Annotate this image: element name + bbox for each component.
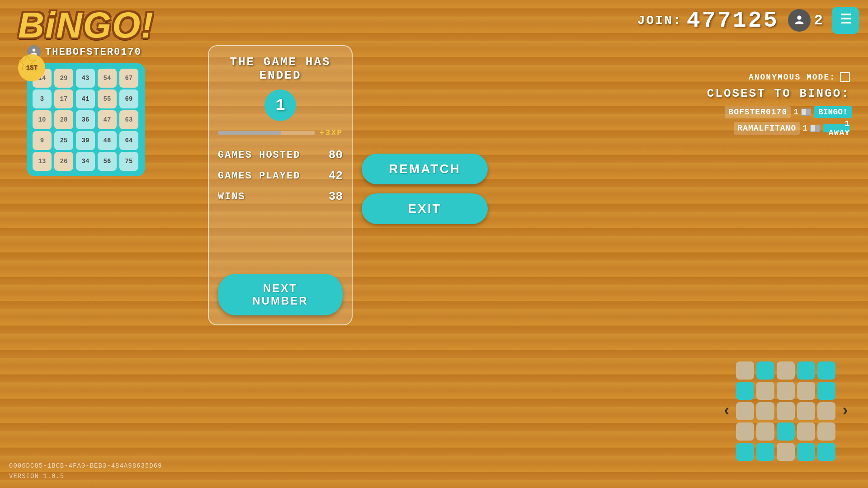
mini-card-cell xyxy=(756,361,774,380)
stat-value: 42 xyxy=(329,169,343,183)
menu-button[interactable]: ☰ xyxy=(832,7,859,34)
card-cell: 48 xyxy=(98,131,117,150)
leaderboard-row: BOFSTER0170 1 BINGO! xyxy=(707,106,850,118)
stat-row: GAMES HOSTED 80 xyxy=(218,145,343,165)
stat-label: GAMES HOSTED xyxy=(218,150,300,161)
card-cell: 34 xyxy=(76,152,95,171)
first-place-badge: 1ST xyxy=(18,54,45,81)
mini-card-cell xyxy=(777,361,795,380)
join-number: 477125 xyxy=(687,8,779,33)
card-cell: 47 xyxy=(98,110,117,129)
game-ended-title: THE GAME HAS ENDED xyxy=(218,55,343,82)
mini-card-cell xyxy=(736,402,754,420)
mini-card-cell xyxy=(736,361,754,380)
version-info: 0006DC85-1BCB-4FA0-BEB3-484A98635D69 VER… xyxy=(9,461,162,481)
person-icon xyxy=(788,9,811,32)
card-cell: 63 xyxy=(119,110,138,129)
lb-flag xyxy=(810,125,820,132)
card-cell: 9 xyxy=(33,131,52,150)
mini-card-cell xyxy=(756,382,774,400)
mini-card-cell xyxy=(817,361,835,380)
mini-card-cell xyxy=(736,422,754,441)
stat-label: GAMES PLAYED xyxy=(218,170,300,182)
mini-card-cell xyxy=(756,422,774,441)
leaderboard: BOFSTER0170 1 BINGO! RAMALFITANO 1 1 AWA… xyxy=(707,106,850,135)
svg-point-1 xyxy=(33,49,36,52)
mini-card-cell xyxy=(797,443,815,461)
anon-mode-row: ANONYMOUS MODE: xyxy=(707,72,850,82)
version-text: VERSION 1.0.5 xyxy=(9,471,162,481)
rank-circle: 1 xyxy=(264,89,296,121)
mini-card-cell xyxy=(756,443,774,461)
card-cell: 28 xyxy=(54,110,73,129)
card-grid: 1429435467317415569102836476392539486413… xyxy=(33,69,139,171)
exit-button[interactable]: EXIT xyxy=(362,193,488,224)
mini-card-cell xyxy=(777,402,795,420)
stat-label: WINS xyxy=(218,191,245,202)
card-cell: 43 xyxy=(76,69,95,88)
mini-card-grid xyxy=(736,361,835,461)
card-cell: 29 xyxy=(54,69,73,88)
lb-flag xyxy=(801,108,811,116)
lb-player-name: BOFSTER0170 xyxy=(725,106,791,118)
bingo-status: BINGO! xyxy=(814,106,852,118)
away-status: 1 AWAY xyxy=(823,119,850,137)
stat-row: WINS 38 xyxy=(218,186,343,207)
mini-card-cell xyxy=(817,422,835,441)
card-cell: 64 xyxy=(119,131,138,150)
stat-value: 80 xyxy=(329,148,343,162)
anon-label: ANONYMOUS MODE: xyxy=(749,73,835,82)
card-cell: 67 xyxy=(119,69,138,88)
lb-bar: 1 AWAY xyxy=(823,124,850,132)
mini-card-cell xyxy=(797,361,815,380)
xp-bar-area: +3XP xyxy=(218,128,343,137)
player-name-row: THEBOFSTER0170 xyxy=(27,45,145,59)
rematch-button[interactable]: REMATCH xyxy=(362,154,488,184)
mini-card-cell xyxy=(777,422,795,441)
card-cell: 54 xyxy=(98,69,117,88)
mini-card-cell xyxy=(797,422,815,441)
xp-bar-track xyxy=(218,131,315,135)
card-cell: 13 xyxy=(33,152,52,171)
mini-card-cell xyxy=(817,402,835,420)
mini-card-cell xyxy=(777,382,795,400)
stat-row: GAMES PLAYED 42 xyxy=(218,165,343,186)
bingo-card: 1ST 142943546731741556910283647639253948… xyxy=(27,63,145,176)
player-name: THEBOFSTER0170 xyxy=(45,47,142,58)
mini-card-cell xyxy=(777,443,795,461)
action-buttons: REMATCH EXIT xyxy=(362,154,488,224)
card-cell: 25 xyxy=(54,131,73,150)
lb-rank: 1 xyxy=(793,108,798,117)
card-cell: 17 xyxy=(54,89,73,108)
bingo-logo-text: BiNGO! xyxy=(18,5,154,46)
mini-card-cell xyxy=(817,443,835,461)
mini-card-area: ‹ › xyxy=(722,361,850,461)
game-ended-panel: THE GAME HAS ENDED 1 +3XP GAMES HOSTED 8… xyxy=(208,45,353,325)
next-number-button[interactable]: NEXT NUMBER xyxy=(218,274,343,315)
join-code-area: JOIN: 477125 xyxy=(637,8,779,33)
player-count: 2 xyxy=(814,12,823,29)
xp-bar-fill xyxy=(218,131,281,135)
card-cell: 41 xyxy=(76,89,95,108)
mini-card-cell xyxy=(797,382,815,400)
uuid-text: 0006DC85-1BCB-4FA0-BEB3-484A98635D69 xyxy=(9,461,162,471)
mini-card-cell xyxy=(797,402,815,420)
mini-card-prev[interactable]: ‹ xyxy=(722,402,732,421)
lb-bar: BINGO! xyxy=(814,108,850,116)
svg-point-0 xyxy=(797,16,801,20)
player-card-area: THEBOFSTER0170 1ST 142943546731741556910… xyxy=(27,45,145,176)
closest-to-bingo-title: CLOSEST TO BINGO: xyxy=(707,87,850,100)
mini-card-next[interactable]: › xyxy=(840,402,850,421)
card-cell: 26 xyxy=(54,152,73,171)
first-badge-text: 1ST xyxy=(26,64,37,71)
card-cell: 75 xyxy=(119,152,138,171)
card-cell: 3 xyxy=(33,89,52,108)
player-count-badge: 2 xyxy=(788,9,823,32)
card-cell: 69 xyxy=(119,89,138,108)
stats-table: GAMES HOSTED 80 GAMES PLAYED 42 WINS 38 xyxy=(218,145,343,207)
right-panel: ANONYMOUS MODE: CLOSEST TO BINGO: BOFSTE… xyxy=(707,72,850,138)
card-cell: 10 xyxy=(33,110,52,129)
menu-icon: ☰ xyxy=(840,14,851,27)
leaderboard-row: RAMALFITANO 1 1 AWAY xyxy=(707,122,850,135)
anon-checkbox[interactable] xyxy=(840,72,850,82)
